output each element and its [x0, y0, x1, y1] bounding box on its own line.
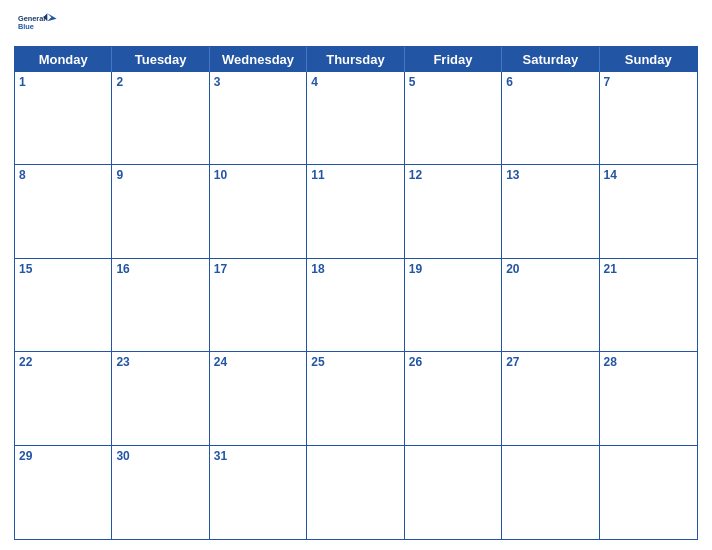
- day-number: 6: [506, 75, 513, 89]
- day-number: 10: [214, 168, 227, 182]
- day-number: 19: [409, 262, 422, 276]
- day-number: 30: [116, 449, 129, 463]
- calendar-cell: 17: [210, 259, 307, 352]
- day-number: 16: [116, 262, 129, 276]
- calendar-cell: 4: [307, 72, 404, 165]
- calendar-body: 1234567891011121314151617181920212223242…: [15, 72, 697, 539]
- logo: General Blue: [18, 10, 58, 38]
- calendar-cell: 27: [502, 352, 599, 445]
- calendar-cell: 28: [600, 352, 697, 445]
- calendar-page: General Blue MondayTuesdayWednesdayThurs…: [0, 0, 712, 550]
- day-number: 24: [214, 355, 227, 369]
- day-number: 2: [116, 75, 123, 89]
- day-number: 25: [311, 355, 324, 369]
- day-header-saturday: Saturday: [502, 47, 599, 72]
- day-number: 4: [311, 75, 318, 89]
- calendar-cell: 25: [307, 352, 404, 445]
- day-number: 11: [311, 168, 324, 182]
- calendar-cell: 5: [405, 72, 502, 165]
- day-number: 29: [19, 449, 32, 463]
- day-number: 14: [604, 168, 617, 182]
- calendar-week-4: 22232425262728: [15, 352, 697, 445]
- calendar-cell: 9: [112, 165, 209, 258]
- calendar-cell: 30: [112, 446, 209, 539]
- day-number: 22: [19, 355, 32, 369]
- calendar-cell: [405, 446, 502, 539]
- calendar-week-2: 891011121314: [15, 165, 697, 258]
- day-number: 5: [409, 75, 416, 89]
- calendar-week-5: 293031: [15, 446, 697, 539]
- calendar-cell: 22: [15, 352, 112, 445]
- day-number: 21: [604, 262, 617, 276]
- day-number: 28: [604, 355, 617, 369]
- day-number: 26: [409, 355, 422, 369]
- calendar-cell: 23: [112, 352, 209, 445]
- day-header-friday: Friday: [405, 47, 502, 72]
- day-number: 12: [409, 168, 422, 182]
- calendar-cell: 18: [307, 259, 404, 352]
- calendar-cell: 1: [15, 72, 112, 165]
- calendar-cell: 26: [405, 352, 502, 445]
- calendar-cell: [600, 446, 697, 539]
- logo-svg: General Blue: [18, 10, 58, 38]
- day-number: 23: [116, 355, 129, 369]
- calendar-cell: 12: [405, 165, 502, 258]
- calendar-cell: 7: [600, 72, 697, 165]
- calendar-cell: 10: [210, 165, 307, 258]
- calendar-cell: [502, 446, 599, 539]
- calendar-cell: 14: [600, 165, 697, 258]
- calendar-cell: 31: [210, 446, 307, 539]
- day-number: 18: [311, 262, 324, 276]
- day-number: 3: [214, 75, 221, 89]
- day-number: 31: [214, 449, 227, 463]
- calendar-header-row: MondayTuesdayWednesdayThursdayFridaySatu…: [15, 47, 697, 72]
- day-number: 9: [116, 168, 123, 182]
- calendar-cell: 3: [210, 72, 307, 165]
- calendar-cell: 2: [112, 72, 209, 165]
- day-header-thursday: Thursday: [307, 47, 404, 72]
- day-header-sunday: Sunday: [600, 47, 697, 72]
- day-number: 17: [214, 262, 227, 276]
- day-number: 13: [506, 168, 519, 182]
- calendar-week-3: 15161718192021: [15, 259, 697, 352]
- calendar-cell: 6: [502, 72, 599, 165]
- calendar-cell: 11: [307, 165, 404, 258]
- day-header-monday: Monday: [15, 47, 112, 72]
- calendar-cell: 24: [210, 352, 307, 445]
- calendar-cell: 21: [600, 259, 697, 352]
- calendar-cell: 13: [502, 165, 599, 258]
- svg-text:Blue: Blue: [18, 22, 34, 31]
- calendar: MondayTuesdayWednesdayThursdayFridaySatu…: [14, 46, 698, 540]
- day-number: 27: [506, 355, 519, 369]
- calendar-cell: 20: [502, 259, 599, 352]
- day-header-wednesday: Wednesday: [210, 47, 307, 72]
- day-number: 20: [506, 262, 519, 276]
- day-number: 8: [19, 168, 26, 182]
- calendar-week-1: 1234567: [15, 72, 697, 165]
- svg-marker-2: [47, 13, 56, 21]
- day-number: 7: [604, 75, 611, 89]
- day-number: 15: [19, 262, 32, 276]
- calendar-cell: 16: [112, 259, 209, 352]
- calendar-cell: 19: [405, 259, 502, 352]
- calendar-cell: 8: [15, 165, 112, 258]
- day-number: 1: [19, 75, 26, 89]
- calendar-cell: 15: [15, 259, 112, 352]
- calendar-cell: [307, 446, 404, 539]
- calendar-cell: 29: [15, 446, 112, 539]
- day-header-tuesday: Tuesday: [112, 47, 209, 72]
- page-header: General Blue: [14, 10, 698, 38]
